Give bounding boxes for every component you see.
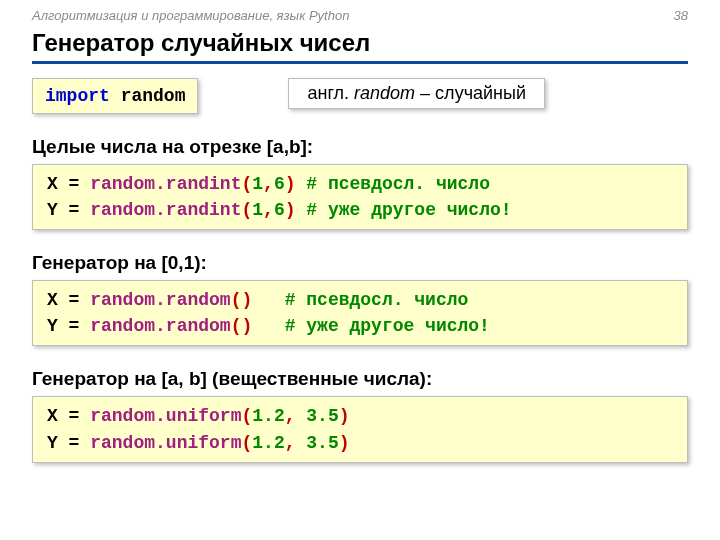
arg1: 1.2 (252, 406, 284, 426)
paren-open: ( (241, 433, 252, 453)
comma: , (285, 433, 307, 453)
codebox-uniform: X = random.uniform(1.2, 3.5) Y = random.… (32, 396, 688, 462)
obj: random. (90, 406, 166, 426)
section-random: Генератор на [0,1): X = random.random() … (32, 252, 688, 346)
paren-close: ) (241, 290, 252, 310)
fn: randint (166, 174, 242, 194)
obj: random. (90, 316, 166, 336)
paren-close: ) (241, 316, 252, 336)
fn: random (166, 316, 231, 336)
paren-close: ) (339, 406, 350, 426)
arg2: 3.5 (306, 433, 338, 453)
sp (296, 200, 307, 220)
eq: = (58, 290, 90, 310)
paren-close: ) (285, 200, 296, 220)
fn: uniform (166, 406, 242, 426)
kw-import: import (45, 86, 110, 106)
var: X (47, 174, 58, 194)
note-pre: англ. (307, 83, 354, 103)
paren-open: ( (241, 200, 252, 220)
var: X (47, 290, 58, 310)
intro-row: import random англ. random – случайный (32, 78, 688, 114)
arg1: 1.2 (252, 433, 284, 453)
var: Y (47, 433, 58, 453)
comma: , (285, 406, 307, 426)
section-heading: Целые числа на отрезке [a,b]: (32, 136, 688, 158)
obj: random. (90, 200, 166, 220)
mod-random: random (121, 86, 186, 106)
section-uniform: Генератор на [a, b] (вещественные числа)… (32, 368, 688, 462)
section-randint: Целые числа на отрезке [a,b]: X = random… (32, 136, 688, 230)
arg1: 1 (252, 200, 263, 220)
slide: Алгоритмизация и программирование, язык … (0, 0, 720, 540)
paren-close: ) (285, 174, 296, 194)
arg1: 1 (252, 174, 263, 194)
section-heading: Генератор на [a, b] (вещественные числа)… (32, 368, 688, 390)
note-word: random (354, 83, 415, 103)
var: Y (47, 200, 58, 220)
fn: randint (166, 200, 242, 220)
obj: random. (90, 290, 166, 310)
header-bar: Алгоритмизация и программирование, язык … (32, 8, 688, 23)
translation-note: англ. random – случайный (288, 78, 545, 109)
sp (252, 316, 284, 336)
page-title: Генератор случайных чисел (32, 29, 688, 64)
paren-open: ( (231, 316, 242, 336)
fn: uniform (166, 433, 242, 453)
eq: = (58, 433, 90, 453)
var: Y (47, 316, 58, 336)
paren-open: ( (231, 290, 242, 310)
import-codebox: import random (32, 78, 198, 114)
arg2: 6 (274, 200, 285, 220)
section-heading: Генератор на [0,1): (32, 252, 688, 274)
eq: = (58, 200, 90, 220)
eq: = (58, 174, 90, 194)
paren-close: ) (339, 433, 350, 453)
sp (296, 174, 307, 194)
arg2: 6 (274, 174, 285, 194)
obj: random. (90, 433, 166, 453)
comment: # псевдосл. число (306, 174, 490, 194)
comma: , (263, 200, 274, 220)
sp (252, 290, 284, 310)
course-label: Алгоритмизация и программирование, язык … (32, 8, 349, 23)
codebox-randint: X = random.randint(1,6) # псевдосл. числ… (32, 164, 688, 230)
comment: # уже другое число! (285, 316, 490, 336)
paren-open: ( (241, 406, 252, 426)
note-post: – случайный (415, 83, 526, 103)
eq: = (58, 406, 90, 426)
codebox-random: X = random.random() # псевдосл. число Y … (32, 280, 688, 346)
var: X (47, 406, 58, 426)
comment: # уже другое число! (306, 200, 511, 220)
eq: = (58, 316, 90, 336)
comma: , (263, 174, 274, 194)
paren-open: ( (241, 174, 252, 194)
space (110, 86, 121, 106)
fn: random (166, 290, 231, 310)
comment: # псевдосл. число (285, 290, 469, 310)
obj: random. (90, 174, 166, 194)
page-number: 38 (674, 8, 688, 23)
arg2: 3.5 (306, 406, 338, 426)
